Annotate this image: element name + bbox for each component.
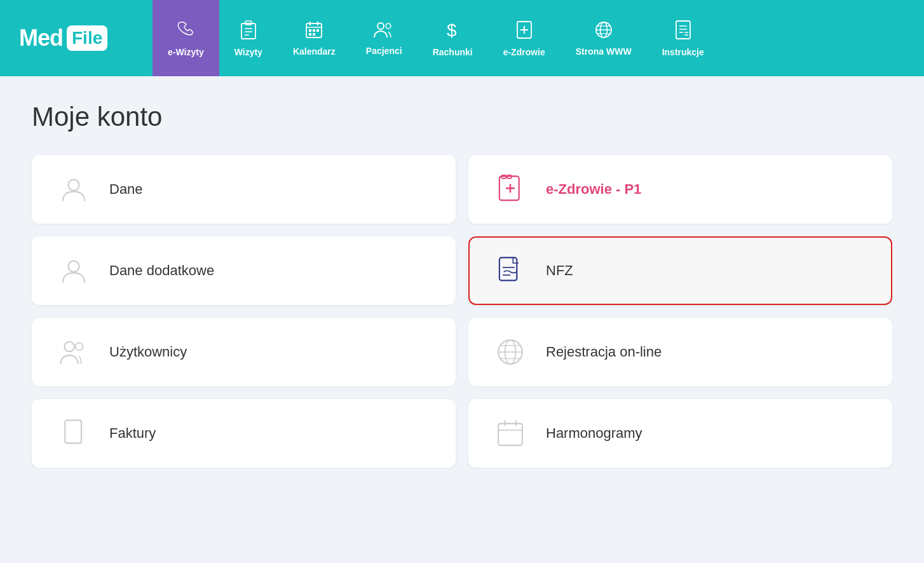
card-e-zdrowie-p1[interactable]: e-Zdrowie - P1 bbox=[468, 155, 892, 224]
card-e-zdrowie-p1-label: e-Zdrowie - P1 bbox=[546, 181, 641, 198]
phone-icon bbox=[175, 20, 196, 43]
card-uzytkownicy[interactable]: Użytkownicy bbox=[32, 318, 456, 386]
svg-point-14 bbox=[377, 23, 384, 29]
card-nfz[interactable]: NFZ bbox=[468, 236, 892, 305]
medplus-nav-icon bbox=[515, 20, 534, 43]
svg-rect-0 bbox=[241, 24, 255, 39]
card-uzytkownicy-label: Użytkownicy bbox=[109, 344, 187, 360]
card-dane[interactable]: Dane bbox=[32, 155, 456, 224]
medplus-card-icon bbox=[493, 174, 528, 205]
card-rejestracja-online[interactable]: Rejestracja on-line bbox=[468, 318, 892, 386]
nav-label-pacjenci: Pacjenci bbox=[366, 46, 402, 56]
nav-item-strona-www[interactable]: Strona WWW bbox=[561, 0, 647, 76]
calendar-icon bbox=[304, 20, 323, 43]
logo-file: File bbox=[72, 28, 102, 48]
svg-point-15 bbox=[386, 24, 391, 29]
dollar-icon: $ bbox=[444, 20, 461, 43]
svg-point-37 bbox=[68, 261, 79, 272]
svg-rect-10 bbox=[313, 29, 315, 32]
document-nav-icon bbox=[674, 20, 692, 43]
nav-item-rachunki[interactable]: $ Rachunki bbox=[418, 0, 488, 76]
card-faktury-label: Faktury bbox=[109, 425, 156, 442]
nav-label-wizyty: Wizyty bbox=[234, 47, 262, 57]
svg-point-42 bbox=[76, 343, 83, 350]
nav-item-wizyty[interactable]: Wizyty bbox=[219, 0, 278, 76]
person2-icon bbox=[56, 255, 92, 286]
card-nfz-label: NFZ bbox=[546, 262, 573, 279]
navbar: Med File e-Wizyty bbox=[0, 0, 924, 76]
nav-item-pacjenci[interactable]: Pacjenci bbox=[351, 0, 418, 76]
card-rejestracja-online-label: Rejestracja on-line bbox=[546, 344, 662, 360]
nav-item-kalendarz[interactable]: Kalendarz bbox=[278, 0, 351, 76]
cards-grid: Dane e-Zdrowie - P1 bbox=[32, 155, 892, 468]
person-icon bbox=[56, 174, 92, 205]
nav-label-instrukcje: Instrukcje bbox=[662, 47, 704, 57]
svg-rect-49 bbox=[498, 424, 522, 445]
svg-rect-12 bbox=[309, 33, 311, 36]
nav-label-rachunki: Rachunki bbox=[433, 47, 473, 57]
card-harmonogramy[interactable]: Harmonogramy bbox=[468, 399, 892, 468]
clipboard-icon bbox=[239, 20, 258, 43]
svg-rect-13 bbox=[313, 33, 315, 36]
nav-item-e-zdrowie[interactable]: e-Zdrowie bbox=[488, 0, 561, 76]
card-faktury[interactable]: Faktury bbox=[32, 399, 456, 468]
globe-card-icon bbox=[493, 337, 528, 367]
nav-label-e-zdrowie: e-Zdrowie bbox=[503, 47, 545, 57]
card-harmonogramy-label: Harmonogramy bbox=[546, 425, 642, 442]
globe-nav-icon bbox=[594, 20, 613, 43]
svg-rect-38 bbox=[499, 257, 517, 280]
main-content: Moje konto Dane bbox=[0, 76, 924, 493]
people-card-icon bbox=[56, 337, 92, 367]
svg-point-41 bbox=[64, 342, 74, 351]
card-dane-dodatkowe-label: Dane dodatkowe bbox=[109, 262, 214, 279]
logo[interactable]: Med File bbox=[19, 25, 107, 51]
svg-rect-25 bbox=[676, 21, 690, 39]
nav-label-e-wizyty: e-Wizyty bbox=[168, 47, 204, 57]
nav-items: e-Wizyty Wizyty bbox=[153, 0, 924, 76]
calendar2-card-icon bbox=[493, 418, 528, 449]
nav-item-e-wizyty[interactable]: e-Wizyty bbox=[153, 0, 219, 76]
logo-file-box: File bbox=[67, 25, 107, 51]
nav-label-strona-www: Strona WWW bbox=[576, 46, 632, 57]
logo-med: Med bbox=[19, 25, 63, 51]
svg-rect-48 bbox=[65, 420, 81, 443]
document-card-icon bbox=[56, 418, 92, 449]
people-icon bbox=[373, 21, 395, 42]
card-dane-label: Dane bbox=[109, 181, 143, 198]
card-dane-dodatkowe[interactable]: Dane dodatkowe bbox=[32, 236, 456, 305]
nfz-doc-icon bbox=[493, 255, 528, 286]
svg-rect-1 bbox=[245, 21, 252, 25]
svg-point-31 bbox=[68, 180, 79, 191]
logo-area: Med File bbox=[0, 0, 153, 76]
nav-label-kalendarz: Kalendarz bbox=[293, 46, 336, 57]
svg-rect-9 bbox=[309, 29, 311, 32]
svg-rect-11 bbox=[316, 29, 319, 32]
svg-text:$: $ bbox=[447, 20, 457, 40]
nav-item-instrukcje[interactable]: Instrukcje bbox=[647, 0, 719, 76]
page-title: Moje konto bbox=[32, 102, 892, 132]
